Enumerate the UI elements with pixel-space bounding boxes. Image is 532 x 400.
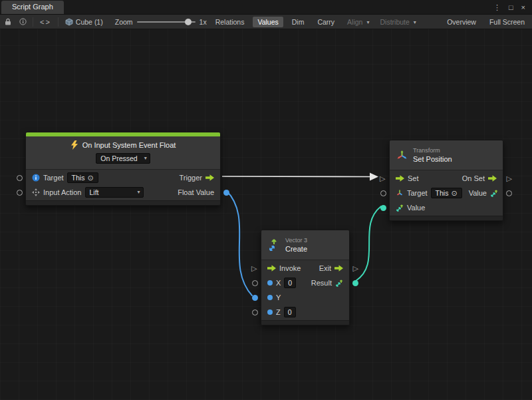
transform-target-pill[interactable]: This (431, 188, 462, 198)
set-input-port[interactable] (380, 173, 385, 184)
transform-target-value: This (436, 189, 449, 197)
vector-type-icon (490, 189, 498, 197)
float-type-icon (267, 309, 273, 315)
row-z: Z 0 (261, 305, 349, 319)
transform-axes-icon (396, 150, 408, 161)
x-label: X (276, 279, 281, 287)
dim-button[interactable]: Dim (287, 17, 309, 27)
flow-arrow-icon (396, 175, 404, 182)
float-type-icon (267, 295, 273, 300)
event-mode-dropdown[interactable]: On Pressed (96, 153, 150, 164)
value-out-label: Value (469, 189, 487, 197)
float-value-output-port[interactable] (223, 190, 229, 196)
flow-arrow-icon (334, 265, 343, 272)
vector3-node-body: Invoke Exit X 0 Result (261, 260, 349, 320)
toolbar-separator (33, 17, 33, 27)
input-action-value: Lift (90, 188, 99, 196)
value-in-label: Value (407, 204, 425, 212)
set-label: Set (408, 174, 419, 182)
toolbar-separator (58, 17, 59, 27)
zoom-slider[interactable] (137, 18, 196, 26)
input-action-icon (32, 188, 40, 196)
distribute-dropdown[interactable]: Distribute (376, 18, 418, 26)
tab-title: Script Graph (12, 3, 53, 11)
graph-target-label: Cube (1) (76, 18, 103, 26)
value-input-port[interactable] (380, 205, 386, 211)
row-y: Y (261, 290, 349, 305)
event-node-header: On Input System Event Float On Pressed (26, 136, 220, 169)
event-node-footer (26, 200, 220, 205)
result-output-port[interactable] (352, 280, 358, 286)
node-vector3-create[interactable]: Vector 3 Create Invoke Exit (261, 230, 350, 325)
target-input-port[interactable] (17, 175, 23, 181)
input-action-label: Input Action (43, 188, 82, 196)
vector3-subtitle: Vector 3 (285, 237, 307, 244)
zoom-slider-handle[interactable] (185, 19, 192, 25)
carry-button[interactable]: Carry (313, 17, 339, 27)
flow-arrow-icon (267, 265, 276, 272)
y-input-port[interactable] (252, 295, 258, 301)
vector3-title: Create (285, 245, 307, 253)
graph-canvas[interactable]: On Input System Event Float On Pressed T… (0, 29, 532, 400)
transform-target-input-port[interactable] (380, 190, 386, 196)
flow-arrow-icon (488, 175, 497, 182)
input-action-port[interactable] (17, 190, 23, 196)
exit-output-port[interactable] (353, 263, 358, 274)
object-picker-icon (451, 189, 457, 198)
vector3-node-footer (261, 320, 349, 325)
vector3-icon (268, 238, 280, 252)
transform-mini-icon (396, 189, 404, 197)
node-on-input-system-event-float[interactable]: On Input System Event Float On Pressed T… (25, 132, 221, 206)
row-target-trigger: Target This Trigger (26, 170, 220, 185)
x-input-port[interactable] (252, 280, 258, 286)
fullscreen-button[interactable]: Full Screen (485, 17, 529, 27)
event-mode-value: On Pressed (100, 154, 137, 162)
row-target-valueout: Target This Value (390, 186, 503, 200)
tab-script-graph[interactable]: Script Graph (1, 1, 64, 14)
target-label: Target (43, 174, 64, 182)
wire-floatvalue-to-y[interactable] (227, 191, 252, 296)
script-graph-window: Script Graph ⋮ □ × <> Cube (1) Zoom (0, 0, 532, 400)
cube-icon (65, 18, 73, 26)
transform-node-header: Transform Set Position (390, 140, 503, 170)
exit-label: Exit (319, 264, 331, 272)
z-input-port[interactable] (252, 309, 258, 315)
row-invoke-exit: Invoke Exit (261, 261, 349, 276)
node-transform-set-position[interactable]: Transform Set Position Set On Set (389, 140, 503, 221)
code-nav-icon[interactable]: <> (37, 18, 54, 26)
input-action-dropdown[interactable]: Lift (85, 187, 144, 198)
values-button[interactable]: Values (253, 17, 283, 27)
relations-button[interactable]: Relations (211, 17, 249, 27)
wire-result-to-value[interactable] (356, 206, 381, 281)
on-set-output-port[interactable] (507, 173, 512, 184)
row-inputaction-floatvalue: Input Action Lift Float Value (26, 185, 220, 200)
info-icon[interactable] (17, 18, 29, 25)
graph-target-button[interactable]: Cube (1) (63, 18, 106, 26)
maximize-icon[interactable]: □ (509, 4, 513, 11)
result-label: Result (311, 279, 332, 287)
row-value-in: Value (390, 200, 503, 215)
invoke-label: Invoke (279, 264, 301, 272)
align-dropdown[interactable]: Align (343, 18, 372, 26)
z-value-field[interactable]: 0 (284, 307, 296, 317)
graph-toolbar: <> Cube (1) Zoom 1x Relations Values Dim… (0, 15, 532, 29)
trigger-output-port[interactable] (205, 174, 214, 181)
lock-icon[interactable] (3, 18, 13, 25)
zoom-value: 1x (200, 18, 207, 26)
close-icon[interactable]: × (521, 4, 525, 11)
invoke-input-port[interactable] (251, 263, 257, 274)
on-set-label: On Set (462, 174, 485, 182)
transform-title: Set Position (413, 155, 452, 163)
x-value-field[interactable]: 0 (284, 278, 296, 288)
y-label: Y (276, 294, 281, 301)
wire-trigger-to-set[interactable] (222, 176, 370, 177)
lightning-icon (70, 140, 78, 150)
value-output-port[interactable] (506, 190, 512, 196)
vector3-node-header: Vector 3 Create (261, 230, 349, 260)
transform-target-label: Target (407, 189, 428, 197)
target-object-pill[interactable]: This (67, 172, 98, 183)
row-x-result: X 0 Result (261, 276, 349, 290)
menu-icon[interactable]: ⋮ (493, 4, 501, 11)
info-circle-icon (32, 174, 40, 182)
overview-button[interactable]: Overview (442, 17, 481, 27)
